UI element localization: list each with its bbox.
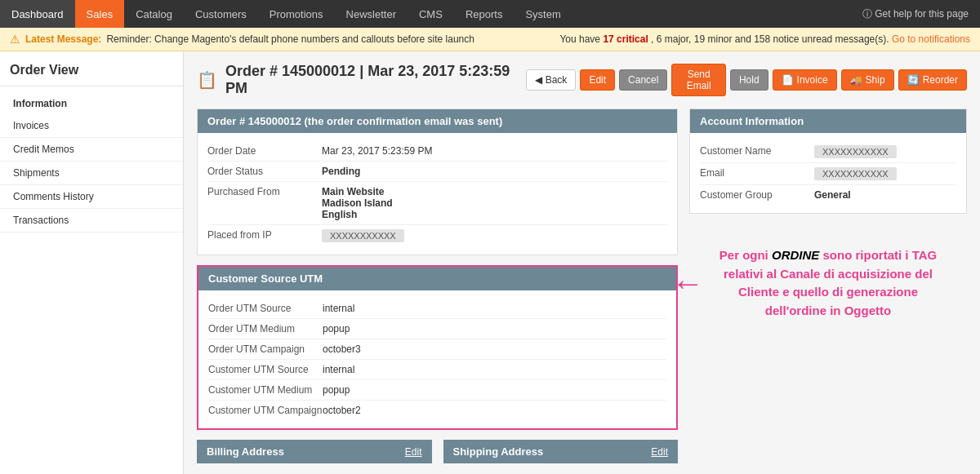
value-order-date: Mar 23, 2017 5:23:59 PM: [322, 145, 432, 157]
order-title: Order # 145000012 | Mar 23, 2017 5:23:59…: [225, 63, 526, 97]
back-button[interactable]: ◀ Back: [526, 69, 577, 91]
account-info-header: Account Information: [690, 109, 966, 133]
sidebar-heading-information: Information: [0, 93, 183, 114]
label-order-status: Order Status: [207, 166, 322, 177]
utm-value-3: internal: [323, 364, 354, 375]
top-navigation: Dashboard Sales Catalog Customers Promot…: [0, 0, 980, 28]
account-value-email: XXXXXXXXXXX: [814, 167, 897, 180]
alert-prefix: Latest Message:: [25, 33, 101, 45]
alert-message: Reminder: Change Magento's default phone…: [106, 33, 474, 45]
annotation-arrow: ←: [671, 265, 704, 302]
nav-item-system[interactable]: System: [514, 0, 572, 28]
utm-row-3: Customer UTM Source internal: [208, 360, 666, 380]
nav-item-cms[interactable]: CMS: [408, 0, 454, 28]
account-label-group: Customer Group: [700, 189, 814, 201]
order-icon: 📋: [197, 70, 217, 90]
masked-ip: XXXXXXXXXXX: [322, 229, 404, 242]
value-purchased-from: Main WebsiteMadison IslandEnglish: [322, 186, 393, 220]
account-label-name: Customer Name: [700, 145, 814, 158]
nav-item-sales[interactable]: Sales: [75, 0, 125, 28]
ship-button[interactable]: 🚚 Ship: [841, 69, 894, 91]
section-left: Order # 145000012 (the order confirmatio…: [197, 109, 678, 463]
utm-label-4: Customer UTM Medium: [208, 384, 323, 396]
account-value-group: General: [814, 189, 851, 201]
utm-row-1: Order UTM Medium popup: [208, 319, 666, 339]
utm-box: Customer Source UTM Order UTM Source int…: [197, 265, 678, 430]
help-link[interactable]: ⓘ Get help for this page: [851, 0, 980, 28]
nav-item-promotions[interactable]: Promotions: [258, 0, 335, 28]
value-order-status: Pending: [322, 166, 360, 177]
utm-label-1: Order UTM Medium: [208, 323, 323, 334]
sidebar: Order View Information Invoices Credit M…: [0, 51, 184, 474]
utm-value-0: internal: [323, 303, 354, 314]
shipping-section: Shipping Address Edit: [443, 440, 679, 463]
sidebar-section: Information Invoices Credit Memos Shipme…: [0, 86, 183, 239]
section-right: Account Information Customer Name XXXXXX…: [689, 109, 967, 463]
utm-label-2: Order UTM Campaign: [208, 343, 323, 355]
account-row-email: Email XXXXXXXXXXX: [700, 163, 956, 185]
billing-section: Billing Address Edit: [197, 440, 432, 463]
nav-item-newsletter[interactable]: Newsletter: [335, 0, 408, 28]
nav-item-catalog[interactable]: Catalog: [124, 0, 184, 28]
utm-row-2: Order UTM Campaign october3: [208, 339, 666, 360]
utm-label-3: Customer UTM Source: [208, 364, 323, 375]
alert-right: You have 17 critical , 6 major, 19 minor…: [559, 33, 970, 45]
info-row-date: Order Date Mar 23, 2017 5:23:59 PM: [207, 141, 667, 162]
alert-bar: ⚠ Latest Message: Reminder: Change Magen…: [0, 28, 980, 51]
sidebar-item-shipments[interactable]: Shipments: [0, 162, 183, 185]
label-purchased-from: Purchased From: [207, 186, 322, 220]
shipping-header: Shipping Address Edit: [443, 440, 679, 463]
utm-row-0: Order UTM Source internal: [208, 299, 666, 319]
page-header-right: ◀ Back Edit Cancel Send Email Hold 📄 Inv…: [526, 64, 967, 96]
utm-value-5: october2: [323, 405, 361, 416]
reorder-button[interactable]: 🔄 Reorder: [898, 69, 967, 91]
sidebar-item-transactions[interactable]: Transactions: [0, 209, 183, 233]
send-email-button[interactable]: Send Email: [671, 64, 725, 96]
utm-row-5: Customer UTM Campaign october2: [208, 401, 666, 420]
nav-item-customers[interactable]: Customers: [184, 0, 258, 28]
billing-header: Billing Address Edit: [197, 440, 432, 463]
back-icon: ◀: [535, 74, 542, 86]
page-header-left: 📋 Order # 145000012 | Mar 23, 2017 5:23:…: [197, 63, 526, 97]
account-info-box: Account Information Customer Name XXXXXX…: [689, 109, 967, 214]
masked-name: XXXXXXXXXXX: [814, 145, 897, 158]
order-info-body: Order Date Mar 23, 2017 5:23:59 PM Order…: [198, 133, 677, 255]
nav-item-reports[interactable]: Reports: [454, 0, 514, 28]
account-label-email: Email: [700, 167, 814, 180]
nav-item-dashboard[interactable]: Dashboard: [0, 0, 75, 28]
utm-value-2: october3: [323, 343, 361, 355]
cancel-button[interactable]: Cancel: [619, 69, 667, 91]
page-content: Order View Information Invoices Credit M…: [0, 51, 980, 474]
info-row-purchased: Purchased From Main WebsiteMadison Islan…: [207, 182, 667, 225]
account-row-name: Customer Name XXXXXXXXXXX: [700, 141, 956, 163]
sidebar-item-credit-memos[interactable]: Credit Memos: [0, 138, 183, 162]
order-info-header: Order # 145000012 (the order confirmatio…: [198, 109, 677, 133]
masked-email: XXXXXXXXXXX: [814, 167, 897, 180]
hold-button[interactable]: Hold: [730, 69, 768, 91]
edit-button[interactable]: Edit: [580, 69, 615, 91]
utm-label-5: Customer UTM Campaign: [208, 405, 323, 416]
invoice-button[interactable]: 📄 Invoice: [773, 69, 837, 91]
invoice-icon: 📄: [782, 74, 794, 86]
value-placed-ip: XXXXXXXXXXX: [322, 229, 404, 242]
sidebar-item-invoices[interactable]: Invoices: [0, 114, 183, 138]
critical-count: 17 critical: [603, 33, 648, 45]
alert-icon: ⚠: [10, 33, 20, 46]
info-row-ip: Placed from IP XXXXXXXXXXX: [207, 225, 667, 246]
utm-body: Order UTM Source internal Order UTM Medi…: [198, 290, 676, 428]
notifications-link[interactable]: Go to notifications: [892, 33, 970, 45]
shipping-edit-link[interactable]: Edit: [651, 446, 668, 458]
ship-icon: 🚚: [850, 74, 862, 86]
label-order-date: Order Date: [207, 145, 322, 157]
annotation-text: Per ogni ORDINE sono riportati i TAGrela…: [689, 230, 967, 336]
annotation-area: ← Per ogni ORDINE sono riportati i TAGre…: [689, 230, 967, 336]
sidebar-item-comments-history[interactable]: Comments History: [0, 185, 183, 209]
account-row-group: Customer Group General: [700, 185, 956, 205]
reorder-icon: 🔄: [907, 74, 920, 86]
label-placed-ip: Placed from IP: [207, 229, 322, 242]
order-info-box: Order # 145000012 (the order confirmatio…: [197, 109, 678, 255]
account-info-body: Customer Name XXXXXXXXXXX Email XXXXXXXX…: [690, 133, 966, 213]
billing-edit-link[interactable]: Edit: [405, 446, 422, 458]
account-value-name: XXXXXXXXXXX: [814, 145, 897, 158]
utm-value-4: popup: [323, 384, 350, 396]
